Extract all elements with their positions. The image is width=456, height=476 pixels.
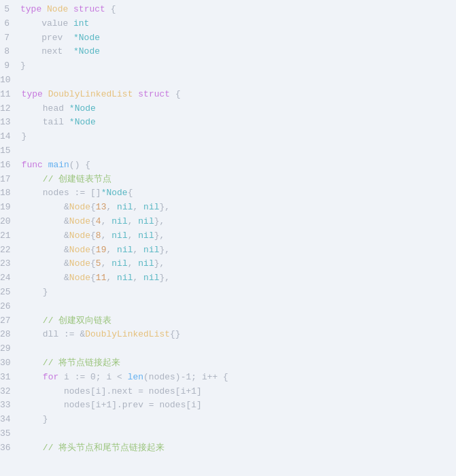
code-line: 24 &Node{11, nil, nil},	[0, 271, 456, 286]
token-comment: // 将头节点和尾节点链接起来	[43, 443, 164, 453]
code-line: 35	[0, 427, 456, 441]
code-line: 17 // 创建链表节点	[0, 173, 456, 187]
token-plain: ,	[101, 258, 112, 269]
line-number: 5	[0, 3, 20, 17]
token-kw: type	[22, 89, 43, 99]
token-plain	[22, 358, 43, 368]
token-type-ref: *Node	[73, 33, 100, 43]
line-number: 30	[0, 356, 22, 371]
token-type-ref: nil	[111, 258, 127, 269]
code-content	[22, 427, 451, 441]
code-line: 6 value int	[0, 17, 456, 31]
token-type-ref: nil	[143, 202, 159, 212]
code-line: 14}	[0, 130, 456, 144]
token-type-name: Node	[47, 4, 68, 14]
token-kw: struct	[73, 4, 105, 14]
line-number: 25	[0, 286, 22, 300]
code-content: // 创建链表节点	[22, 173, 451, 187]
code-content: &Node{8, nil, nil},	[22, 229, 451, 243]
token-type-ref: *Node	[69, 103, 96, 114]
code-content: &Node{13, nil, nil},	[22, 201, 451, 215]
token-plain: },	[160, 245, 171, 255]
token-plain: {	[90, 258, 96, 269]
line-number: 10	[0, 73, 22, 88]
code-content: // 将节点链接起来	[22, 356, 451, 371]
line-number: 12	[0, 102, 22, 116]
token-plain: ,	[101, 216, 112, 226]
code-content: next *Node	[20, 45, 451, 59]
token-plain: ,	[106, 202, 117, 212]
token-type-ref: *Node	[69, 117, 96, 127]
token-plain: },	[160, 202, 171, 212]
code-content: // 创建双向链表	[22, 314, 451, 328]
token-number: 4	[96, 216, 101, 226]
token-type-name: Node	[69, 231, 90, 241]
token-type-name: Node	[69, 258, 90, 269]
token-plain: nodes[i].next = nodes[i+1]	[22, 386, 202, 396]
code-line: 23 &Node{5, nil, nil},	[0, 257, 456, 271]
code-content: dll := &DoublyLinkedList{}	[22, 328, 451, 342]
line-number: 36	[0, 441, 22, 456]
token-plain: &	[22, 245, 69, 255]
token-plain: value	[20, 18, 73, 29]
token-plain: ,	[128, 216, 139, 226]
token-plain	[68, 4, 73, 14]
token-plain: ,	[106, 273, 117, 283]
token-func-name: len	[128, 372, 143, 382]
line-number: 20	[0, 215, 22, 229]
line-number: 34	[0, 413, 22, 427]
token-kw: func	[22, 160, 43, 170]
code-line: 13 tail *Node	[0, 116, 456, 130]
token-plain: () {	[69, 160, 90, 170]
line-number: 27	[0, 314, 22, 328]
code-content: }	[20, 59, 451, 73]
line-number: 11	[0, 88, 22, 102]
token-plain: dll := &	[22, 329, 86, 339]
code-line: 7 prev *Node	[0, 31, 456, 46]
code-line: 10	[0, 73, 456, 88]
token-comment: // 将节点链接起来	[43, 358, 120, 368]
token-type-name: DoublyLinkedList	[48, 89, 133, 99]
token-plain: &	[22, 231, 69, 241]
line-number: 24	[0, 271, 22, 286]
token-kw: struct	[138, 89, 170, 99]
code-content: // 将头节点和尾节点链接起来	[22, 441, 451, 456]
token-plain: tail	[22, 117, 69, 127]
line-number: 29	[0, 342, 22, 356]
code-line: 19 &Node{13, nil, nil},	[0, 201, 456, 215]
token-plain: },	[154, 216, 165, 226]
line-number: 6	[0, 17, 20, 31]
code-content: &Node{19, nil, nil},	[22, 243, 451, 258]
code-line: 8 next *Node	[0, 45, 456, 59]
code-content: }	[22, 130, 451, 144]
code-content: for i := 0; i < len(nodes)-1; i++ {	[22, 371, 451, 385]
token-kw: for	[43, 372, 58, 382]
code-line: 32 nodes[i].next = nodes[i+1]	[0, 385, 456, 399]
code-line: 34 }	[0, 413, 456, 427]
token-plain: ,	[133, 202, 143, 212]
code-content: &Node{11, nil, nil},	[22, 271, 451, 286]
line-number: 26	[0, 300, 22, 314]
token-type-name: DoublyLinkedList	[85, 329, 170, 339]
token-type-ref: *Node	[101, 188, 128, 198]
line-number: 21	[0, 229, 22, 243]
token-plain: &	[22, 202, 69, 212]
code-content: head *Node	[22, 102, 451, 116]
token-number: 8	[96, 231, 101, 241]
code-content: }	[22, 413, 451, 427]
line-number: 22	[0, 243, 22, 258]
token-type-name: Node	[69, 216, 90, 226]
code-line: 22 &Node{19, nil, nil},	[0, 243, 456, 258]
code-line: 16func main() {	[0, 158, 456, 173]
code-content: }	[22, 286, 451, 300]
token-comment: // 创建双向链表	[43, 316, 111, 326]
token-plain: },	[160, 273, 171, 283]
line-number: 28	[0, 328, 22, 342]
token-plain: ,	[128, 231, 139, 241]
token-plain: next	[20, 46, 73, 56]
token-plain: nodes := []	[22, 188, 101, 198]
line-number: 35	[0, 427, 22, 441]
line-number: 17	[0, 173, 22, 187]
token-number: 5	[96, 258, 101, 269]
code-content: value int	[20, 17, 451, 31]
